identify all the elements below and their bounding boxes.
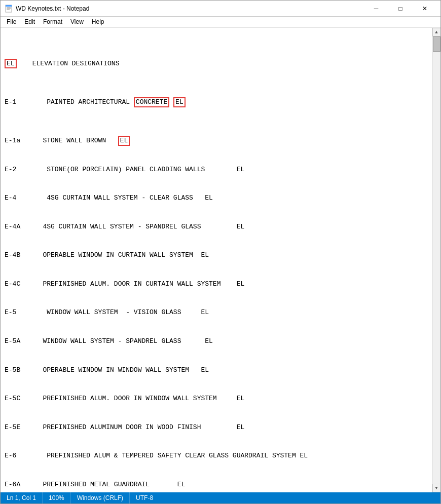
encoding: UTF-8 (130, 492, 159, 503)
minimize-button[interactable]: ─ (364, 2, 388, 15)
menu-view[interactable]: View (66, 18, 88, 26)
concrete-highlight: CONCRETE (134, 97, 169, 107)
status-bar: Ln 1, Col 1 100% Windows (CRLF) UTF-8 (1, 492, 440, 503)
maximize-button[interactable]: □ (389, 2, 412, 15)
menu-edit[interactable]: Edit (20, 18, 39, 26)
scroll-track[interactable] (432, 36, 440, 484)
list-item: E-6 PREFINISHED ALUM & TEMPERED SAFETY C… (5, 451, 428, 461)
window-title: WD Keynotes.txt - Notepad (16, 5, 364, 12)
list-item: E-6A PREFINISHED METAL GUARDRAIL EL (5, 480, 428, 490)
list-item: E-5B OPERABLE WINDOW IN WINDOW WALL SYST… (5, 366, 428, 375)
app-icon (5, 5, 13, 13)
list-item: EL ELEVATION DESIGNATIONS (5, 59, 428, 69)
list-item: E-4B OPERABLE WINDOW IN CURTAIN WALL SYS… (5, 251, 428, 260)
title-bar: WD Keynotes.txt - Notepad ─ □ ✕ (1, 1, 440, 17)
menu-help[interactable]: Help (88, 18, 108, 26)
scroll-thumb[interactable] (433, 36, 440, 52)
window-controls: ─ □ ✕ (364, 2, 436, 15)
list-item: E-1a STONE WALL BROWN EL (5, 136, 428, 146)
list-item: E-5A WINDOW WALL SYSTEM - SPANDREL GLASS… (5, 337, 428, 346)
list-item: E-4C PREFINISHED ALUM. DOOR IN CURTAIN W… (5, 280, 428, 289)
content-area: EL ELEVATION DESIGNATIONS E-1 PAINTED AR… (1, 28, 440, 492)
menu-file[interactable]: File (3, 18, 20, 26)
zoom-level: 100% (43, 492, 71, 503)
scroll-up-button[interactable]: ▲ (432, 28, 441, 36)
close-button[interactable]: ✕ (413, 2, 436, 15)
scroll-down-button[interactable]: ▼ (432, 484, 441, 492)
code-highlight-el: EL (5, 59, 17, 69)
list-item: E-5C PREFINISHED ALUM. DOOR IN WINDOW WA… (5, 394, 428, 404)
list-item: E-5 WINDOW WALL SYSTEM - VISION GLASS EL (5, 308, 428, 318)
el-highlight-e1: EL (173, 97, 186, 107)
text-editor[interactable]: EL ELEVATION DESIGNATIONS E-1 PAINTED AR… (1, 28, 432, 492)
menu-format[interactable]: Format (39, 18, 66, 26)
vertical-scrollbar[interactable]: ▲ ▼ (432, 28, 440, 492)
list-item: E-5E PREFINISHED ALUMINUM DOOR IN WOOD F… (5, 423, 428, 433)
list-item: E-4 4SG CURTAIN WALL SYSTEM - CLEAR GLAS… (5, 193, 428, 203)
menu-bar: File Edit Format View Help (1, 17, 440, 28)
list-item: E-1 PAINTED ARCHITECTURAL CONCRETE EL (5, 97, 428, 107)
list-item: E-2 STONE(OR PORCELAIN) PANEL CLADDING W… (5, 165, 428, 175)
list-item: E-4A 4SG CURTAIN WALL SYSTEM - SPANDREL … (5, 222, 428, 232)
notepad-window: WD Keynotes.txt - Notepad ─ □ ✕ File Edi… (0, 0, 441, 504)
svg-rect-1 (6, 5, 12, 7)
el-highlight-e1a: EL (118, 136, 130, 146)
line-ending: Windows (CRLF) (71, 492, 130, 503)
cursor-position: Ln 1, Col 1 (1, 492, 43, 503)
